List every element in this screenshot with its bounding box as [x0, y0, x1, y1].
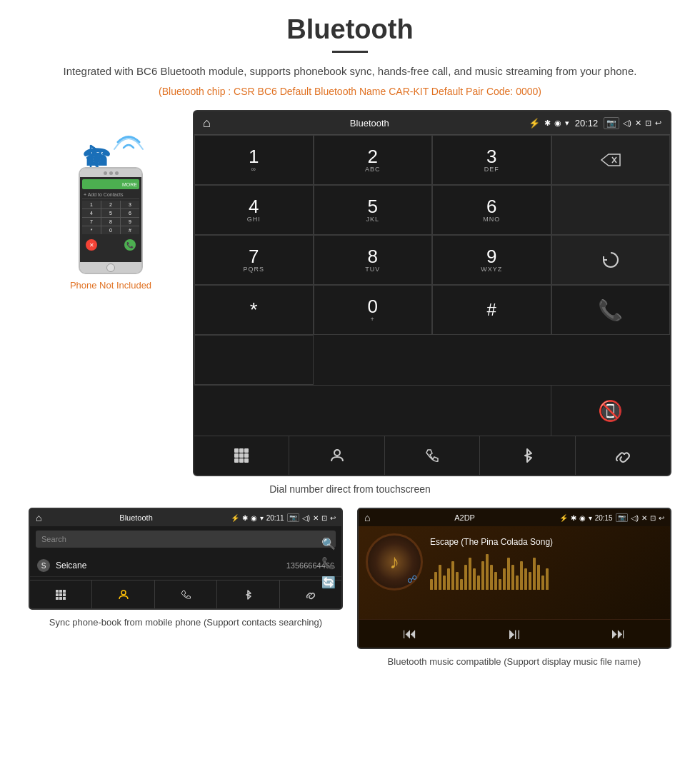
contacts-window-icon[interactable]: ⊡ — [321, 514, 327, 522]
volume-icon[interactable]: ◁) — [623, 119, 631, 128]
phone-key[interactable]: 1 — [82, 201, 101, 208]
phone-key[interactable]: 5 — [101, 209, 120, 217]
dialpad-grid: 1 ∞ 2 ABC 3 DEF — [194, 134, 670, 385]
phone-key[interactable]: 2 — [101, 201, 120, 208]
music-screenshot-block: ⌂ A2DP ⚡ ✱ ◉ ▾ 20:15 📷 ◁) ✕ ⊡ ↩ ♪ — [357, 508, 671, 669]
music-cam-icon[interactable]: 📷 — [616, 513, 628, 522]
contact-avatar: S — [37, 559, 50, 572]
dial-key-4[interactable]: 4 GHI — [194, 185, 314, 235]
phone-key[interactable]: 4 — [82, 209, 101, 217]
contacts-statusbar: ⌂ Bluetooth ⚡ ✱ ◉ ▾ 20:11 📷 ◁) ✕ ⊡ ↩ — [30, 509, 341, 526]
contacts-cam-icon[interactable]: 📷 — [287, 513, 299, 522]
phone-illustration: ☎ — [64, 131, 157, 274]
toolbar-call-btn[interactable] — [385, 436, 480, 475]
dial-key-0[interactable]: 0 + — [314, 285, 433, 335]
play-pause-btn[interactable]: ⏯ — [506, 625, 522, 643]
toolbar-link-btn[interactable] — [576, 436, 670, 475]
wave-bar — [477, 576, 480, 590]
close-icon[interactable]: ✕ — [635, 119, 641, 128]
toolbar-contacts-btn[interactable] — [289, 436, 384, 475]
toolbar-dialpad-btn[interactable] — [194, 436, 289, 475]
dial-key-hangup[interactable]: 📵 — [551, 386, 670, 436]
refresh-action-icon[interactable]: 🔄 — [321, 576, 336, 589]
bottom-screenshots: ⌂ Bluetooth ⚡ ✱ ◉ ▾ 20:11 📷 ◁) ✕ ⊡ ↩ Se — [29, 508, 671, 669]
dial-key-3[interactable]: 3 DEF — [432, 135, 551, 185]
title-divider — [332, 51, 368, 53]
contacts-action-icons: 🔍 📞 🔄 — [321, 537, 336, 589]
wave-bar — [430, 579, 433, 590]
contacts-sig-icon: ▾ — [260, 514, 264, 522]
dial-key-6[interactable]: 6 MNO — [432, 185, 551, 235]
svg-rect-12 — [63, 590, 66, 593]
back-icon[interactable]: ↩ — [655, 119, 661, 128]
contacts-toolbar-person[interactable] — [92, 581, 154, 608]
dial-key-backspace[interactable] — [551, 135, 671, 185]
dial-key-7[interactable]: 7 PQRS — [194, 235, 314, 285]
phone-dot-2 — [109, 171, 113, 175]
prev-track-btn[interactable]: ⏮ — [403, 625, 417, 642]
toolbar-bluetooth-btn[interactable] — [480, 436, 575, 475]
dial-key-hash[interactable]: # — [432, 285, 551, 335]
search-placeholder: Search — [41, 535, 66, 543]
wave-bar — [447, 568, 450, 590]
phone-key[interactable]: 6 — [121, 209, 139, 217]
phone-key[interactable]: 9 — [121, 218, 139, 226]
svg-rect-7 — [239, 458, 244, 463]
dial-key-8[interactable]: 8 TUV — [314, 235, 433, 285]
contacts-time: 20:11 — [266, 514, 284, 522]
wave-bar — [456, 572, 459, 590]
dial-key-call-green[interactable]: 📞 — [551, 285, 671, 335]
contact-name: Seicane — [56, 561, 281, 571]
phone-key[interactable]: 3 — [121, 201, 139, 208]
contacts-vol-icon[interactable]: ◁) — [302, 514, 310, 522]
phone-key[interactable]: 8 — [101, 218, 120, 226]
music-loc-icon: ◉ — [579, 514, 586, 522]
dial-key-empty-2 — [551, 185, 671, 235]
dial-key-call-red[interactable] — [194, 335, 314, 385]
camera-icon[interactable]: 📷 — [604, 117, 619, 129]
car-toolbar — [194, 436, 670, 475]
dial-key-9[interactable]: 9 WXYZ — [432, 235, 551, 285]
wave-bar — [507, 558, 510, 590]
search-action-icon[interactable]: 🔍 — [321, 537, 336, 551]
call-action-icon[interactable]: 📞 — [321, 556, 336, 570]
dial-key-star[interactable]: * — [194, 285, 314, 335]
dial-key-refresh[interactable] — [551, 235, 671, 285]
home-icon[interactable]: ⌂ — [203, 116, 211, 131]
contacts-home-icon[interactable]: ⌂ — [36, 512, 41, 523]
music-content: ♪ ☍ Escape (The Pina Colada Song) — [359, 526, 670, 619]
contacts-toolbar-bt[interactable] — [217, 581, 279, 608]
phone-key[interactable]: 0 — [101, 226, 120, 234]
contacts-caption: Sync phone-book from mobile phone (Suppo… — [49, 615, 322, 630]
phone-dialpad: 1 2 3 4 5 6 7 8 9 * 0 # — [82, 201, 139, 234]
contacts-toolbar-dialpad[interactable] — [30, 581, 92, 608]
wave-bar — [486, 554, 489, 590]
wave-bar — [520, 561, 523, 590]
music-window-icon[interactable]: ⊡ — [650, 514, 656, 522]
music-close-icon[interactable]: ✕ — [641, 514, 647, 522]
phone-key[interactable]: # — [121, 226, 139, 234]
contacts-close-icon[interactable]: ✕ — [313, 514, 319, 522]
phone-screen-header: MORE — [82, 179, 139, 189]
dial-key-1[interactable]: 1 ∞ — [194, 135, 314, 185]
contact-row[interactable]: S Seicane 13566664466 — [30, 555, 341, 577]
svg-rect-15 — [63, 593, 66, 596]
contacts-toolbar-call[interactable] — [155, 581, 217, 608]
contacts-bt-icon: ✱ — [242, 514, 248, 522]
dial-key-5[interactable]: 5 JKL — [314, 185, 433, 235]
contacts-screen: ⌂ Bluetooth ⚡ ✱ ◉ ▾ 20:11 📷 ◁) ✕ ⊡ ↩ Se — [29, 508, 343, 610]
phone-body: MORE + Add to Contacts 1 2 3 4 5 6 7 8 9 — [79, 167, 143, 274]
wave-bar — [451, 561, 454, 590]
dial-key-2[interactable]: 2 ABC — [314, 135, 433, 185]
next-track-btn[interactable]: ⏭ — [611, 625, 626, 642]
wave-bar — [494, 572, 497, 590]
contacts-back-icon[interactable]: ↩ — [330, 514, 336, 522]
phone-key[interactable]: * — [82, 226, 101, 234]
phone-key[interactable]: 7 — [82, 218, 101, 226]
music-vol-icon[interactable]: ◁) — [631, 514, 639, 522]
music-back-icon[interactable]: ↩ — [659, 514, 664, 522]
window-icon[interactable]: ⊡ — [645, 119, 651, 128]
music-bt-icon: ✱ — [571, 514, 576, 522]
search-input[interactable]: Search — [36, 531, 336, 548]
music-home-icon[interactable]: ⌂ — [364, 512, 370, 523]
